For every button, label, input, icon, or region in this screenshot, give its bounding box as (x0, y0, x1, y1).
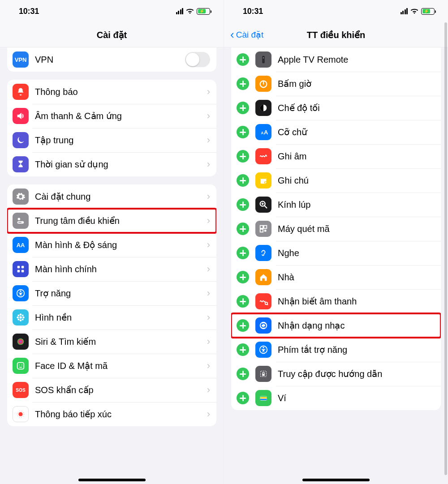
status-indicators: ⚡ (176, 8, 211, 15)
control-nh-n-d-ng-nh-c[interactable]: Nhận dạng nhạc (231, 313, 441, 338)
add-button[interactable] (237, 223, 249, 235)
plus-icon (240, 347, 246, 353)
row-trung-t-m-i-u-khi-n[interactable]: Trung tâm điều khiển› (7, 209, 216, 233)
row-label: Hình nền (35, 312, 207, 323)
add-button[interactable] (237, 247, 249, 259)
row-sos-kh-n-c-p[interactable]: SOSSOS khẩn cấp› (7, 378, 216, 402)
row-label: Thông báo tiếp xúc (35, 409, 207, 420)
svg-point-21 (19, 364, 20, 365)
svg-rect-7 (22, 270, 24, 273)
control-nh-[interactable]: Nhà (231, 265, 441, 289)
status-bar: 10:31 ⚡ (224, 0, 448, 22)
control-k-nh-l-p[interactable]: Kính lúp (231, 193, 441, 217)
svg-text:A: A (264, 129, 268, 136)
control-ghi-ch-[interactable]: Ghi chú (231, 168, 441, 193)
row-label: Face ID & Mật mã (35, 360, 207, 371)
status-bar: 10:31 ⚡ (0, 0, 224, 22)
home-indicator[interactable] (302, 479, 370, 481)
back-button[interactable]: ‹ Cài đặt (230, 22, 263, 47)
add-button[interactable] (237, 126, 249, 138)
svg-point-16 (22, 314, 24, 316)
add-button[interactable] (237, 198, 249, 211)
add-button[interactable] (237, 174, 249, 187)
soundwave-icon (255, 293, 271, 309)
control-center-screen: 10:31 ⚡ ‹ Cài đặt TT điều khiển Apple TV… (224, 0, 448, 484)
row-vpn[interactable]: VPN VPN (7, 47, 216, 72)
settings-content[interactable]: VPN VPN Thông báo›Âm thanh & Cảm ứng›Tập… (0, 47, 224, 444)
row-label: SOS khẩn cấp (35, 385, 207, 395)
moon-icon (13, 132, 29, 148)
svg-point-11 (20, 313, 22, 316)
chevron-right-icon: › (207, 191, 210, 202)
control-ch-t-i[interactable]: Chế độ tối (231, 96, 441, 120)
add-button[interactable] (237, 295, 249, 308)
row-th-ng-b-o-ti-p-x-c[interactable]: Thông báo tiếp xúc› (7, 402, 216, 426)
row-label: Trung tâm điều khiển (35, 215, 207, 226)
control-v-[interactable]: Ví (231, 386, 441, 410)
control-label: Ghi chú (278, 176, 435, 186)
control-b-m-gi-[interactable]: Bấm giờ (231, 72, 441, 96)
add-button[interactable] (237, 102, 249, 114)
row-face-id-m-t-m-[interactable]: Face ID & Mật mã› (7, 354, 216, 378)
wifi-icon (410, 8, 418, 14)
voicememo-icon (255, 148, 271, 164)
add-button[interactable] (237, 392, 249, 404)
add-button[interactable] (237, 343, 249, 356)
scrollbar[interactable] (444, 22, 447, 475)
svg-rect-48 (260, 397, 267, 398)
control-label: Kính lúp (278, 200, 435, 210)
add-button[interactable] (237, 77, 249, 90)
row-siri-t-m-ki-m[interactable]: Siri & Tìm kiếm› (7, 330, 216, 354)
row-label: Tập trung (35, 135, 207, 146)
switches-icon (13, 213, 29, 229)
control-label: Phím tắt trợ năng (278, 344, 435, 355)
svg-rect-47 (260, 396, 267, 397)
svg-point-10 (19, 316, 22, 319)
row-label: Trợ năng (35, 288, 207, 299)
add-button[interactable] (237, 368, 249, 380)
row-m-n-h-nh-s-ng[interactable]: AAMàn hình & Độ sáng› (7, 233, 216, 257)
control-c-ch-[interactable]: AACỡ chữ (231, 120, 441, 144)
svg-point-15 (17, 314, 19, 316)
row-m-n-h-nh-ch-nh[interactable]: Màn hình chính› (7, 257, 216, 281)
control-ph-m-t-t-tr-n-ng[interactable]: Phím tắt trợ năng (231, 338, 441, 362)
svg-rect-20 (17, 363, 24, 369)
vpn-toggle[interactable] (185, 52, 210, 67)
svg-point-12 (20, 319, 22, 321)
nav-bar: ‹ Cài đặt TT điều khiển (224, 22, 448, 47)
row-th-i-gian-s-d-ng[interactable]: Thời gian sử dụng› (7, 152, 216, 176)
control-m-y-qu-t-m-[interactable]: Máy quét mã (231, 217, 441, 241)
row-t-p-trung[interactable]: Tập trung› (7, 128, 216, 152)
control-apple-tv-remote[interactable]: Apple TV Remote (231, 47, 441, 72)
svg-text:A: A (261, 131, 264, 135)
control-ghi-m[interactable]: Ghi âm (231, 144, 441, 168)
control-nh-n-bi-t-m-thanh[interactable]: Nhận biết âm thanh (231, 289, 441, 313)
control-label: Cỡ chữ (278, 127, 435, 137)
add-button[interactable] (237, 319, 249, 332)
add-button[interactable] (237, 150, 249, 163)
bell-icon (13, 84, 29, 100)
row-th-ng-b-o[interactable]: Thông báo› (7, 80, 216, 104)
svg-point-13 (17, 317, 19, 319)
add-button[interactable] (237, 271, 249, 283)
home-indicator[interactable] (78, 479, 146, 481)
svg-rect-45 (262, 374, 265, 376)
add-button[interactable] (237, 53, 249, 66)
svg-point-24 (18, 412, 22, 416)
row-h-nh-n-n[interactable]: Hình nền› (7, 305, 216, 330)
settings-group-3: Cài đặt chung›Trung tâm điều khiển›AAMàn… (7, 184, 216, 426)
more-controls-group: Apple TV RemoteBấm giờChế độ tốiAACỡ chữ… (231, 47, 441, 410)
row-c-i-t-chung[interactable]: Cài đặt chung› (7, 184, 216, 209)
chevron-right-icon: › (207, 360, 210, 372)
row-label: Thời gian sử dụng (35, 159, 207, 170)
page-title: TT điều khiển (307, 30, 366, 40)
control-center-content[interactable]: Apple TV RemoteBấm giờChế độ tốiAACỡ chữ… (224, 47, 448, 428)
row-tr-n-ng[interactable]: Trợ năng› (7, 281, 216, 305)
page-title: Cài đặt (97, 30, 127, 40)
lockpad-icon (255, 366, 271, 382)
svg-point-0 (18, 218, 21, 221)
row--m-thanh-c-m-ng[interactable]: Âm thanh & Cảm ứng› (7, 104, 216, 128)
control-nghe[interactable]: Nghe (231, 241, 441, 265)
control-label: Chế độ tối (278, 103, 435, 113)
control-truy-c-p-c-h-ng-d-n[interactable]: Truy cập được hướng dẫn (231, 362, 441, 386)
